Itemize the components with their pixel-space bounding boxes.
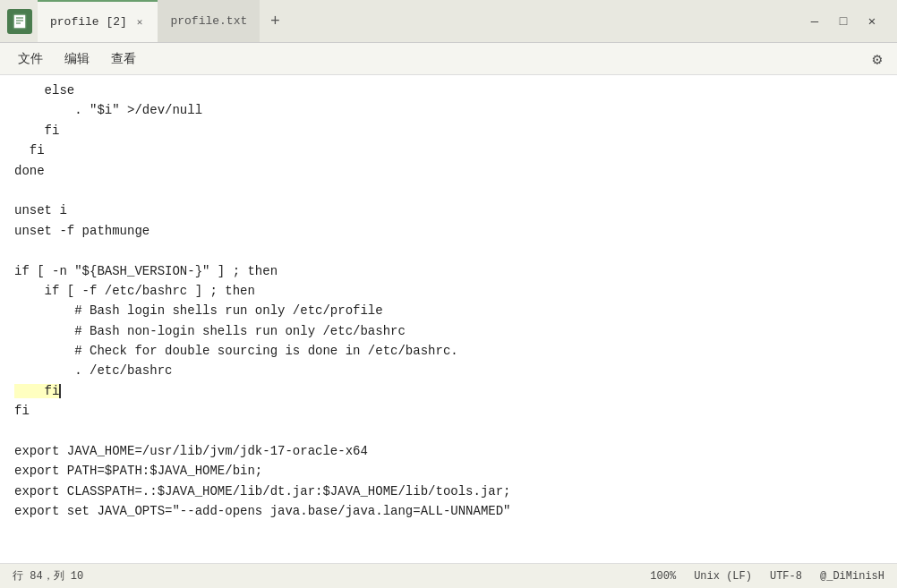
statusbar: 行 84，列 10 100% Unix (LF) UTF-8 @_DiMinis… bbox=[0, 563, 897, 588]
minimize-button[interactable]: — bbox=[806, 13, 824, 30]
zoom-level: 100% bbox=[650, 570, 676, 583]
tab-label: profile [2] bbox=[50, 15, 127, 29]
menu-file[interactable]: 文件 bbox=[7, 47, 54, 71]
add-tab-button[interactable]: + bbox=[263, 10, 286, 33]
close-button[interactable]: ✕ bbox=[863, 13, 881, 30]
status-right: 100% Unix (LF) UTF-8 @_DiMinisH bbox=[650, 570, 884, 583]
settings-icon[interactable]: ⚙ bbox=[865, 47, 890, 72]
maximize-button[interactable]: □ bbox=[834, 13, 852, 30]
tab-profile2[interactable]: profile [2] ✕ bbox=[38, 0, 158, 42]
app-icon bbox=[7, 9, 32, 34]
menubar-right: ⚙ bbox=[865, 47, 890, 72]
cursor-position: 行 84，列 10 bbox=[13, 568, 98, 584]
editor-area[interactable]: else . "$i" >/dev/null fi fi done unset … bbox=[0, 75, 897, 563]
line-ending: Unix (LF) bbox=[694, 570, 752, 583]
account: @_DiMinisH bbox=[820, 570, 884, 583]
window-controls: — □ ✕ bbox=[806, 13, 890, 30]
svg-rect-0 bbox=[13, 14, 26, 29]
encoding: UTF-8 bbox=[770, 570, 802, 583]
tab-label: profile.txt bbox=[170, 14, 247, 28]
menubar: 文件 编辑 查看 ⚙ bbox=[0, 43, 897, 75]
titlebar: profile [2] ✕ profile.txt + — □ ✕ bbox=[0, 0, 897, 43]
tab-list: profile [2] ✕ profile.txt + bbox=[38, 0, 806, 42]
tab-profile-txt[interactable]: profile.txt bbox=[158, 0, 260, 42]
menu-edit[interactable]: 编辑 bbox=[54, 47, 100, 71]
menu-view[interactable]: 查看 bbox=[100, 47, 147, 71]
tab-close-button[interactable]: ✕ bbox=[134, 14, 146, 30]
